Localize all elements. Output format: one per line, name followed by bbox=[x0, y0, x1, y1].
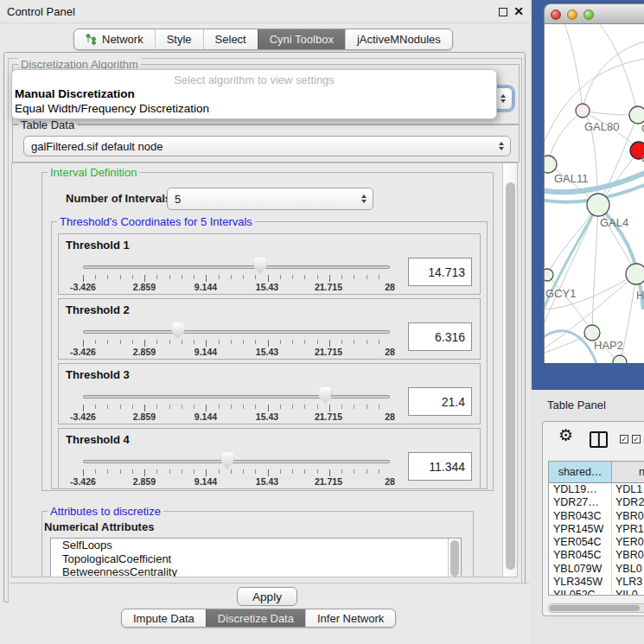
close-traffic-light[interactable] bbox=[551, 10, 561, 20]
slider-track[interactable] bbox=[83, 395, 390, 399]
table-cell-shared-name[interactable]: YIL052C bbox=[549, 589, 612, 596]
table-cell-shared-name[interactable]: YER054C bbox=[549, 536, 612, 549]
table-row[interactable]: YDR27…YDR2 bbox=[549, 496, 644, 509]
checkbox-icon[interactable]: ✓ bbox=[632, 435, 641, 443]
table-cell-name[interactable]: YDL1 bbox=[612, 483, 644, 496]
threshold-value-field[interactable]: 6.316 bbox=[408, 322, 472, 351]
slider-track[interactable] bbox=[83, 460, 390, 463]
numerical-attributes-list[interactable]: SelfLoopsTopologicalCoefficientBetweenne… bbox=[50, 538, 462, 577]
table-row[interactable]: YBR045CYBR0 bbox=[549, 549, 644, 562]
tab-style[interactable]: Style bbox=[155, 29, 203, 49]
node-gal11[interactable] bbox=[545, 156, 557, 173]
group-title: Table Data bbox=[18, 118, 77, 131]
cyni-toolbox-panel: Discretization Algorithm Table Data galF… bbox=[3, 52, 526, 603]
tab-label: Network bbox=[102, 33, 143, 46]
table-cell-shared-name[interactable]: YLR345W bbox=[549, 576, 612, 589]
number-of-intervals-combobox[interactable]: 5 bbox=[167, 188, 373, 210]
tab-infer-network[interactable]: Infer Network bbox=[305, 609, 395, 627]
table-row[interactable]: YER054CYER0 bbox=[549, 536, 644, 549]
slider-tick-label: 15.43 bbox=[256, 411, 278, 422]
table-cell-shared-name[interactable]: YBR045C bbox=[549, 549, 612, 562]
attributes-scrollbar[interactable] bbox=[448, 539, 461, 577]
attribute-list-item[interactable]: TopologicalCoefficient bbox=[51, 552, 461, 566]
slider-thumb[interactable] bbox=[319, 387, 332, 404]
node-gcy1[interactable] bbox=[545, 269, 553, 281]
tab-label: Style bbox=[167, 33, 192, 46]
slider-tick-label: 21.715 bbox=[315, 411, 342, 422]
algorithm-option-manual[interactable]: Manual Discretization bbox=[15, 87, 135, 100]
group-title: Attributes to discretize bbox=[48, 505, 163, 518]
slider-thumb[interactable] bbox=[253, 258, 266, 274]
threshold-value-field[interactable]: 14.713 bbox=[408, 258, 472, 286]
tab-impute-data[interactable]: Impute Data bbox=[122, 609, 206, 627]
table-row[interactable]: YIL052CYIL0 bbox=[549, 589, 644, 596]
table-data-combobox[interactable]: galFiltered.sif default node bbox=[23, 136, 511, 156]
slider-thumb[interactable] bbox=[172, 322, 185, 339]
checkbox-icon[interactable]: ✓ bbox=[620, 435, 628, 443]
table-cell-shared-name[interactable]: YPR145W bbox=[549, 523, 612, 536]
threshold-slider[interactable] bbox=[83, 322, 390, 341]
attribute-list-item[interactable]: SelfLoops bbox=[51, 539, 461, 552]
slider-ticks bbox=[83, 469, 391, 476]
attribute-list-item[interactable]: BetweennessCentrality bbox=[51, 565, 461, 577]
slider-track[interactable] bbox=[83, 330, 390, 334]
zoom-traffic-light[interactable] bbox=[583, 10, 594, 20]
table-horizontal-scrollbar[interactable] bbox=[548, 603, 644, 613]
threshold-slider[interactable] bbox=[83, 451, 390, 470]
table-cell-name[interactable]: YBR0 bbox=[612, 549, 644, 562]
table-hscroll-thumb[interactable] bbox=[550, 605, 640, 611]
interval-definition-group: Interval Definition Number of Intervals … bbox=[41, 172, 494, 491]
minimize-traffic-light[interactable] bbox=[567, 10, 577, 20]
tab-discretize-data[interactable]: Discretize Data bbox=[206, 609, 305, 627]
node-bottom-partial[interactable] bbox=[613, 355, 627, 363]
float-window-icon[interactable] bbox=[499, 8, 507, 16]
settings-scrollbar[interactable] bbox=[502, 163, 517, 577]
threshold-box: Threshold 4 -3.4262.8599.14415.4321.7152… bbox=[58, 428, 481, 489]
slider-tick-label: 9.144 bbox=[194, 411, 217, 422]
table-row[interactable]: YDL19…YDL1 bbox=[549, 483, 644, 496]
tab-network[interactable]: Network bbox=[74, 29, 155, 49]
table-cell-name[interactable]: YER0 bbox=[612, 536, 644, 549]
column-header-shared-name[interactable]: shared… bbox=[549, 462, 612, 482]
table-cell-name[interactable]: YLR3 bbox=[612, 576, 644, 589]
table-row[interactable]: YBL079WYBL0 bbox=[549, 563, 644, 576]
gear-icon[interactable]: ⚙ bbox=[558, 425, 573, 445]
algorithm-option-equal-width[interactable]: Equal Width/Frequency Discretization bbox=[15, 102, 209, 115]
threshold-value-field[interactable]: 21.4 bbox=[408, 387, 472, 416]
table-cell-name[interactable]: YPR1 bbox=[612, 523, 644, 536]
table-row[interactable]: YLR345WYLR3 bbox=[549, 576, 644, 589]
control-panel: Control Panel ✕ Network Style Select Cyn… bbox=[0, 0, 530, 644]
node-gal4[interactable] bbox=[587, 194, 609, 216]
network-view-canvas[interactable]: GAL80 GAL11 GAL4 GCY1 H HAP2 GA C bbox=[544, 24, 644, 363]
node-label: GAL11 bbox=[554, 172, 589, 185]
node-attribute-table[interactable]: shared… n YDL19…YDL1YDR27…YDR2YBR043CYBR… bbox=[548, 461, 644, 596]
table-cell-shared-name[interactable]: YDR27… bbox=[549, 496, 612, 509]
table-cell-name[interactable]: YBL0 bbox=[612, 563, 644, 576]
node-h[interactable] bbox=[626, 264, 644, 284]
table-cell-shared-name[interactable]: YDL19… bbox=[549, 483, 612, 496]
table-cell-name[interactable]: YBR0 bbox=[612, 510, 644, 523]
threshold-slider[interactable] bbox=[83, 386, 390, 405]
node-top-right[interactable] bbox=[629, 106, 644, 124]
table-cell-name[interactable]: YDR2 bbox=[612, 496, 644, 509]
tab-select[interactable]: Select bbox=[203, 29, 258, 49]
settings-scrollbar-thumb[interactable] bbox=[506, 182, 515, 570]
threshold-slider[interactable] bbox=[83, 257, 390, 276]
slider-ticks bbox=[83, 275, 391, 282]
slider-thumb[interactable] bbox=[220, 452, 233, 469]
table-cell-name[interactable]: YIL0 bbox=[612, 589, 644, 596]
node-gal80[interactable] bbox=[576, 104, 590, 118]
columns-icon[interactable] bbox=[590, 431, 608, 448]
apply-button[interactable]: Apply bbox=[237, 587, 297, 606]
column-header-name[interactable]: n bbox=[612, 462, 644, 482]
tab-jactivemnodules[interactable]: jActiveMNodules bbox=[345, 29, 452, 49]
threshold-value-field[interactable]: 11.344 bbox=[408, 452, 472, 481]
slider-track[interactable] bbox=[83, 265, 390, 269]
network-window-titlebar[interactable] bbox=[544, 3, 644, 24]
table-row[interactable]: YBR043CYBR0 bbox=[549, 510, 644, 523]
table-cell-shared-name[interactable]: YBL079W bbox=[549, 563, 612, 576]
close-icon[interactable]: ✕ bbox=[513, 4, 524, 18]
tab-cyni-toolbox[interactable]: Cyni Toolbox bbox=[258, 29, 345, 49]
table-row[interactable]: YPR145WYPR1 bbox=[549, 523, 644, 536]
table-cell-shared-name[interactable]: YBR043C bbox=[549, 510, 612, 523]
